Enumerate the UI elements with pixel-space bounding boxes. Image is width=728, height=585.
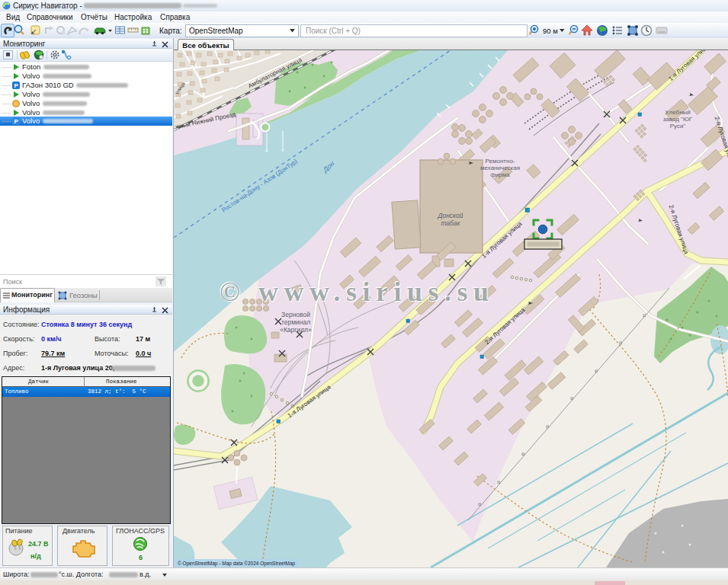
svg-text:Ремонтно-: Ремонтно- xyxy=(486,158,515,165)
svg-text:Донской: Донской xyxy=(437,212,463,219)
svg-text:«Каргилл»: «Каргилл» xyxy=(280,326,312,334)
svg-text:завод "ЮГ: завод "ЮГ xyxy=(663,116,693,123)
svg-text:фирма: фирма xyxy=(490,171,510,178)
svg-text:P: P xyxy=(14,118,18,125)
svg-text:механическая: механическая xyxy=(480,165,520,171)
svg-text:Хлебный: Хлебный xyxy=(665,109,691,116)
svg-text:табак: табак xyxy=(441,219,460,227)
svg-text:P: P xyxy=(14,82,18,89)
svg-text:Зерновой: Зерновой xyxy=(281,311,310,318)
svg-text:Руси": Руси" xyxy=(670,123,686,129)
svg-text:терминал: терминал xyxy=(281,318,310,326)
